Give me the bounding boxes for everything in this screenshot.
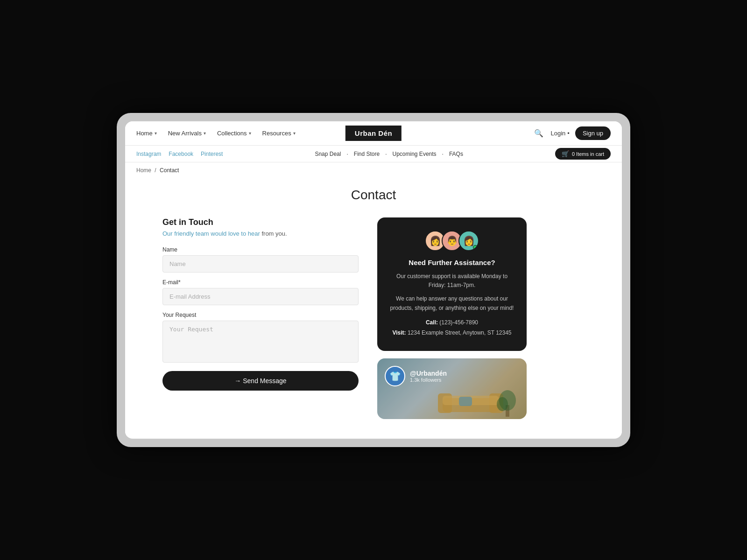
assistance-text-2: We can help answer any questions about o… — [388, 294, 515, 312]
assistance-title: Need Further Assistance? — [388, 259, 515, 266]
send-message-button[interactable]: → Send Message — [162, 371, 359, 391]
email-input[interactable] — [162, 288, 359, 305]
faqs-link[interactable]: FAQs — [449, 151, 463, 157]
request-field-group: Your Request — [162, 312, 359, 364]
device-frame: Home ▾ New Arrivals ▾ Collections ▾ Reso… — [117, 113, 630, 447]
search-button[interactable]: 🔍 — [532, 127, 545, 140]
social-card[interactable]: 👕 @Urbandén 1.3k followers — [377, 358, 527, 419]
find-store-link[interactable]: Find Store — [354, 151, 380, 157]
support-avatars: 👩 👨 👩 — [388, 231, 515, 251]
facebook-link[interactable]: Facebook — [169, 151, 193, 157]
svg-point-6 — [497, 397, 508, 411]
nav-item-resources[interactable]: Resources ▾ — [262, 130, 296, 137]
dot-sep-1: · — [346, 151, 348, 157]
instagram-link[interactable]: Instagram — [136, 151, 161, 157]
assistance-text-1: Our customer support is available Monday… — [388, 272, 515, 290]
nav-item-home[interactable]: Home ▾ — [136, 130, 157, 137]
visit-detail: Visit: 1234 Example Street, Anytown, ST … — [388, 329, 515, 336]
secondary-nav: Instagram Facebook Pinterest Snap Deal ·… — [125, 146, 622, 162]
main-content: Contact Get in Touch Our friendly team w… — [125, 178, 622, 438]
name-label: Name — [162, 246, 359, 253]
breadcrumb: Home / Contact — [125, 162, 622, 178]
form-subtitle: Our friendly team would love to hear fro… — [162, 230, 359, 237]
contact-form-section: Get in Touch Our friendly team would lov… — [162, 217, 359, 391]
logo-wrap: Urban Dén — [345, 126, 402, 141]
cart-icon: 🛒 — [562, 150, 569, 157]
name-input[interactable] — [162, 255, 359, 273]
form-title: Get in Touch — [162, 217, 359, 227]
page-title: Contact — [162, 188, 585, 203]
nav-item-new-arrivals[interactable]: New Arrivals ▾ — [168, 130, 206, 137]
top-nav: Home ▾ New Arrivals ▾ Collections ▾ Reso… — [125, 121, 622, 146]
breadcrumb-current: Contact — [160, 167, 179, 174]
svg-rect-7 — [459, 397, 472, 406]
chevron-down-icon: ▾ — [204, 131, 206, 136]
upcoming-events-link[interactable]: Upcoming Events — [393, 151, 437, 157]
breadcrumb-home[interactable]: Home — [136, 167, 151, 174]
name-field-group: Name — [162, 246, 359, 273]
online-indicator — [473, 245, 478, 250]
social-avatar: 👕 — [385, 366, 405, 386]
call-detail: Call: (123)-456-7890 — [388, 319, 515, 326]
social-handle: @Urbandén — [410, 370, 447, 377]
cart-button[interactable]: 🛒 0 Items in cart — [555, 148, 611, 160]
login-button[interactable]: Login • — [551, 130, 570, 137]
screen: Home ▾ New Arrivals ▾ Collections ▾ Reso… — [125, 121, 622, 439]
email-field-group: E-mail* — [162, 279, 359, 305]
email-label: E-mail* — [162, 279, 359, 286]
search-icon: 🔍 — [534, 129, 543, 137]
promo-links: Snap Deal · Find Store · Upcoming Events… — [315, 151, 463, 157]
contact-layout: Get in Touch Our friendly team would lov… — [162, 217, 585, 419]
right-side-cards: 👩 👨 👩 Need Further Assistance? Our — [377, 217, 527, 419]
chevron-down-icon: ▾ — [293, 131, 296, 136]
assistance-card: 👩 👨 👩 Need Further Assistance? Our — [377, 217, 527, 351]
social-links: Instagram Facebook Pinterest — [136, 151, 223, 157]
nav-right: 🔍 Login • Sign up — [532, 126, 611, 140]
breadcrumb-separator: / — [155, 167, 156, 174]
snap-deal-link[interactable]: Snap Deal — [315, 151, 341, 157]
chevron-down-icon: ▾ — [249, 131, 251, 136]
nav-left: Home ▾ New Arrivals ▾ Collections ▾ Reso… — [136, 130, 296, 137]
nav-item-collections[interactable]: Collections ▾ — [217, 130, 251, 137]
pinterest-link[interactable]: Pinterest — [201, 151, 223, 157]
dot-sep-2: · — [385, 151, 387, 157]
chevron-down-icon: ▾ — [155, 131, 157, 136]
request-label: Your Request — [162, 312, 359, 318]
dot-sep-3: · — [442, 151, 444, 157]
subtitle-normal: from you. — [260, 230, 287, 237]
avatar-3: 👩 — [458, 231, 479, 251]
subtitle-colored: Our friendly team would love to hear — [162, 230, 260, 237]
furniture-decoration — [433, 377, 527, 419]
site-logo[interactable]: Urban Dén — [345, 126, 402, 141]
request-textarea[interactable] — [162, 321, 359, 363]
signup-button[interactable]: Sign up — [575, 126, 611, 140]
